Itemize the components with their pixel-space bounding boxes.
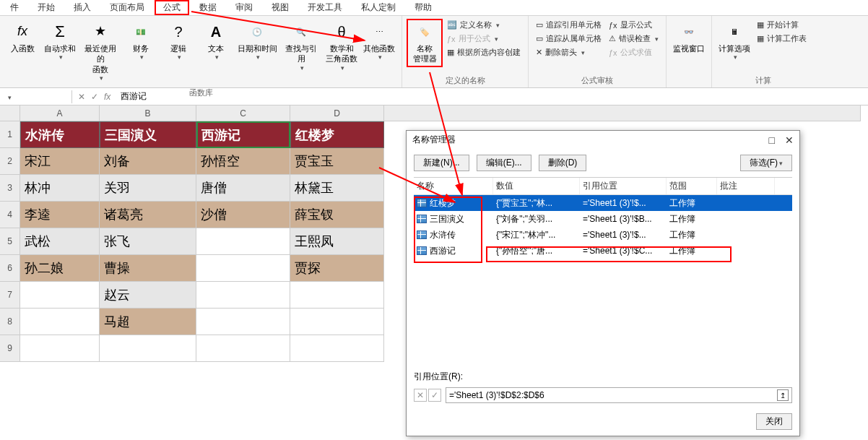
tab-pagelayout[interactable]: 页面布局 [101,0,153,15]
cell[interactable]: 唐僧 [196,175,290,202]
cell[interactable] [20,335,100,362]
create-from-selection-button[interactable]: ▦ 根据所选内容创建 [444,46,524,59]
col-value[interactable]: 数值 [493,178,580,194]
name-box[interactable] [0,90,72,103]
cell[interactable] [196,335,290,362]
cell[interactable]: 武松 [20,228,100,255]
show-formulas-button[interactable]: ƒx 显示公式 [606,19,661,31]
trace-precedents-button[interactable]: ▭ 追踪引用单元格 [533,19,604,31]
datetime-button[interactable]: 🕒 日期和时间 [235,19,279,65]
close-button[interactable]: 关闭 [756,413,792,430]
evaluate-formula-button[interactable]: ƒx 公式求值 [606,46,661,59]
cell[interactable] [196,228,290,255]
row-header[interactable]: 7 [0,282,20,309]
delete-name-button[interactable]: 删除(D) [539,155,587,171]
dialog-titlebar[interactable]: 名称管理器 □ ✕ [407,131,799,149]
tab-custom[interactable]: 私人定制 [352,0,404,15]
cell[interactable]: 孙悟空 [196,148,290,175]
tab-review[interactable]: 审阅 [227,0,261,15]
name-row[interactable]: 三国演义 {"刘备";"关羽... ='Sheet1 (3)'!$B... 工作… [414,211,792,227]
tab-insert[interactable]: 插入 [65,0,100,15]
col-comment[interactable]: 批注 [717,178,775,194]
logical-button[interactable]: ? 逻辑 [160,19,196,65]
col-refersto[interactable]: 引用位置 [580,178,667,194]
ref-cancel-icon[interactable]: ✕ [414,389,427,402]
row-header[interactable]: 9 [0,335,20,362]
tab-view[interactable]: 视图 [263,0,298,15]
cell[interactable]: 水浒传 [20,121,100,148]
more-functions-button[interactable]: ⋯ 其他函数 [361,19,397,65]
select-all-corner[interactable] [0,105,20,121]
cell[interactable] [20,309,100,335]
edit-name-button[interactable]: 编辑(E)... [477,155,531,171]
calc-now-button[interactable]: ▦ 开始计算 [754,19,810,31]
col-header[interactable]: C [196,105,290,121]
insert-function-button[interactable]: fx 入函数 [4,19,40,56]
cell[interactable]: 李逵 [20,202,100,228]
maximize-icon[interactable]: □ [769,134,775,146]
name-box-chevron-icon[interactable] [6,92,12,102]
name-row[interactable]: 红楼梦 {"贾宝玉";"林... ='Sheet1 (3)'!$... 工作簿 [414,195,792,211]
cell[interactable]: 马超 [100,309,196,335]
cell[interactable] [290,309,384,335]
cell[interactable] [196,282,290,309]
ref-accept-icon[interactable]: ✓ [428,389,441,402]
col-name[interactable]: 名称 [414,178,493,194]
cell[interactable]: 薛宝钗 [290,202,384,228]
row-header[interactable]: 4 [0,202,20,228]
use-in-formula-button[interactable]: ƒx 用于公式 [444,33,524,45]
calc-options-button[interactable]: 🖩 计算选项 [716,19,752,65]
cell[interactable]: 诸葛亮 [100,202,196,228]
cell[interactable]: 红楼梦 [290,121,384,148]
enter-icon[interactable]: ✓ [91,92,98,102]
cell[interactable]: 张飞 [100,228,196,255]
name-row[interactable]: 水浒传 {"宋江";"林冲"... ='Sheet1 (3)'!$... 工作簿 [414,227,792,243]
row-header[interactable]: 6 [0,255,20,282]
tab-file[interactable]: 件 [1,0,27,15]
cell[interactable] [100,335,196,362]
cancel-icon[interactable]: ✕ [78,92,85,102]
cell[interactable]: 林冲 [20,175,100,202]
lookup-ref-button[interactable]: 🔍 查找与引用 [280,19,322,75]
close-icon[interactable]: ✕ [785,134,794,146]
math-trig-button[interactable]: θ 数学和 三角函数 [324,19,360,75]
cell[interactable]: 沙僧 [196,202,290,228]
cell[interactable]: 三国演义 [100,121,196,148]
financial-button[interactable]: 💵 财务 [123,19,159,65]
row-header[interactable]: 2 [0,148,20,175]
cell[interactable] [290,282,384,309]
tab-data[interactable]: 数据 [191,0,225,15]
trace-dependents-button[interactable]: ▭ 追踪从属单元格 [533,33,604,45]
cell[interactable] [196,255,290,282]
cell[interactable]: 关羽 [100,175,196,202]
range-picker-icon[interactable]: ↥ [777,389,789,401]
name-manager-button[interactable]: 🏷️ 名称 管理器 [407,19,443,67]
cell[interactable]: 贾探 [290,255,384,282]
formula-input[interactable]: 西游记 [116,89,868,104]
cell[interactable]: 刘备 [100,148,196,175]
cell[interactable]: 宋江 [20,148,100,175]
row-header[interactable]: 3 [0,175,20,202]
cell[interactable]: 赵云 [100,282,196,309]
autosum-button[interactable]: Σ 自动求和 [42,19,78,65]
remove-arrows-button[interactable]: ✕ 删除箭头 [533,46,604,59]
filter-button[interactable]: 筛选(F) [740,155,792,171]
cell[interactable] [290,335,384,362]
col-header[interactable]: B [100,105,196,121]
cell[interactable]: 曹操 [100,255,196,282]
error-checking-button[interactable]: ⚠ 错误检查 [606,33,661,45]
tab-home[interactable]: 开始 [29,0,64,15]
cell[interactable]: 西游记 [196,121,290,148]
col-scope[interactable]: 范围 [667,178,717,194]
cell[interactable]: 林黛玉 [290,175,384,202]
recent-functions-button[interactable]: ★ 最近使用的 函数 [79,19,121,86]
define-name-button[interactable]: 🔤 定义名称 [444,19,524,31]
cell[interactable] [196,309,290,335]
tab-formulas[interactable]: 公式 [155,0,189,15]
row-header[interactable]: 5 [0,228,20,255]
watch-window-button[interactable]: 👓 监视窗口 [671,19,707,56]
row-header[interactable]: 8 [0,309,20,335]
cell[interactable] [20,282,100,309]
name-row[interactable]: 西游记 {"孙悟空";"唐... ='Sheet1 (3)'!$C... 工作簿 [414,243,792,259]
cell[interactable]: 孙二娘 [20,255,100,282]
